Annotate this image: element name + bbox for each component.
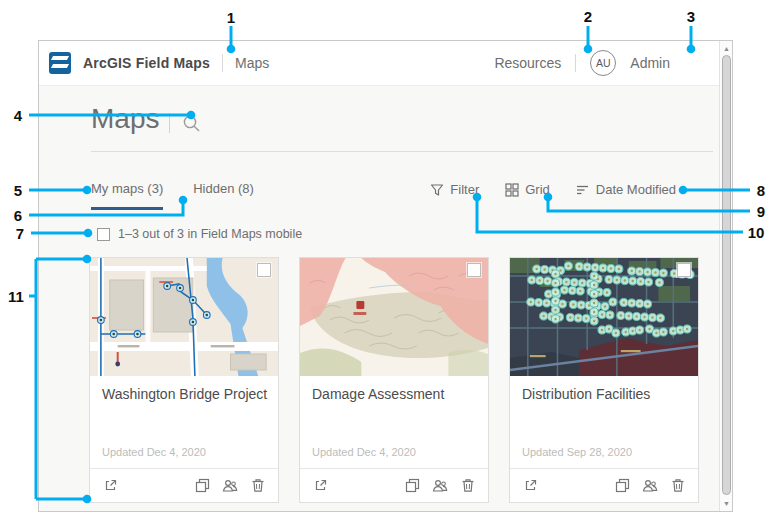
card-title[interactable]: Washington Bridge Project [102, 386, 268, 402]
user-avatar[interactable]: AU [590, 50, 616, 76]
app-title: ArcGIS Field Maps [83, 55, 210, 71]
page-title: Maps [91, 103, 159, 135]
share-group-icon [222, 478, 238, 493]
grid-view-button[interactable]: Grid [505, 182, 550, 197]
map-thumbnail-washington-bridge[interactable] [90, 258, 278, 376]
delete-map-button[interactable] [459, 477, 477, 495]
tab-hidden[interactable]: Hidden (8) [193, 181, 254, 204]
callout-number-7: 7 [16, 225, 24, 242]
arcgis-field-maps-logo-icon [49, 52, 71, 74]
map-card-washington-bridge: Washington Bridge Project Updated Dec 4,… [89, 257, 279, 503]
scroll-down-icon[interactable]: ▼ [720, 497, 733, 510]
callout-number-6: 6 [14, 207, 22, 224]
search-button[interactable] [181, 113, 203, 135]
card-title[interactable]: Damage Assessment [312, 386, 478, 402]
card-action-bar [300, 468, 488, 502]
search-icon [181, 113, 203, 135]
map-thumbnail-damage-assessment[interactable] [300, 258, 488, 376]
delete-map-button[interactable] [249, 477, 267, 495]
card-action-bar [510, 468, 698, 502]
app-header: ArcGIS Field Maps Maps Resources AU Admi… [39, 41, 732, 86]
terrain-map-thumbnail [300, 258, 488, 376]
delete-icon [251, 478, 265, 493]
card-select-checkbox[interactable] [677, 263, 691, 277]
filter-icon [430, 183, 444, 197]
title-divider [169, 113, 170, 133]
mobile-count-row: 1–3 out of 3 in Field Maps mobile [97, 227, 302, 241]
share-map-button[interactable] [221, 477, 239, 495]
open-map-icon [313, 478, 328, 493]
annotated-screenshot: ArcGIS Field Maps Maps Resources AU Admi… [0, 0, 778, 520]
open-map-icon [523, 478, 538, 493]
sort-label: Date Modified [596, 182, 676, 197]
card-title[interactable]: Distribution Facilities [522, 386, 688, 402]
share-group-icon [432, 478, 448, 493]
open-map-button[interactable] [311, 477, 329, 495]
title-rule [91, 151, 713, 152]
duplicate-map-button[interactable] [193, 477, 211, 495]
card-updated-date: Updated Sep 28, 2020 [522, 446, 632, 458]
open-map-button[interactable] [521, 477, 539, 495]
account-menu-admin[interactable]: Admin [630, 55, 670, 71]
card-select-checkbox[interactable] [257, 263, 271, 277]
duplicate-icon [615, 478, 630, 493]
filter-label: Filter [450, 182, 479, 197]
filter-button[interactable]: Filter [430, 182, 479, 197]
dark-map-thumbnail [510, 258, 698, 376]
sort-icon [576, 183, 590, 197]
share-group-icon [642, 478, 658, 493]
open-map-icon [103, 478, 118, 493]
grid-icon [505, 183, 519, 197]
card-updated-date: Updated Dec 4, 2020 [102, 446, 206, 458]
resources-link[interactable]: Resources [494, 55, 561, 71]
map-thumbnail-distribution-facilities[interactable] [510, 258, 698, 376]
sort-date-modified-button[interactable]: Date Modified [576, 182, 676, 197]
callout-number-8: 8 [757, 182, 765, 199]
scrollbar-thumb[interactable] [722, 55, 731, 495]
open-map-button[interactable] [101, 477, 119, 495]
callout-number-10: 10 [748, 224, 765, 241]
delete-icon [671, 478, 685, 493]
grid-label: Grid [525, 182, 550, 197]
header-divider-right [575, 54, 576, 72]
callout-number-2: 2 [584, 8, 592, 25]
duplicate-map-button[interactable] [613, 477, 631, 495]
callout-number-4: 4 [14, 107, 22, 124]
callout-number-3: 3 [687, 8, 695, 25]
map-card-damage-assessment: Damage Assessment Updated Dec 4, 2020 [299, 257, 489, 503]
tab-my-maps[interactable]: My maps (3) [91, 181, 163, 204]
share-map-button[interactable] [431, 477, 449, 495]
card-updated-date: Updated Dec 4, 2020 [312, 446, 416, 458]
mobile-count-label: 1–3 out of 3 in Field Maps mobile [118, 227, 302, 241]
vertical-scrollbar[interactable]: ▲ ▼ [719, 41, 732, 511]
delete-map-button[interactable] [669, 477, 687, 495]
map-card-grid: Washington Bridge Project Updated Dec 4,… [89, 257, 699, 503]
share-map-button[interactable] [641, 477, 659, 495]
duplicate-map-button[interactable] [403, 477, 421, 495]
select-all-checkbox[interactable] [97, 228, 110, 241]
delete-icon [461, 478, 475, 493]
scroll-up-icon[interactable]: ▲ [720, 42, 733, 55]
card-select-checkbox[interactable] [467, 263, 481, 277]
map-list-tabs: My maps (3) Hidden (8) [91, 181, 254, 204]
card-action-bar [90, 468, 278, 502]
duplicate-icon [405, 478, 420, 493]
callout-number-9: 9 [757, 203, 765, 220]
callout-number-1: 1 [227, 9, 235, 26]
callout-number-5: 5 [14, 182, 22, 199]
map-card-distribution-facilities: Distribution Facilities Updated Sep 28, … [509, 257, 699, 503]
list-controls: Filter Grid Date Modified [430, 182, 676, 197]
duplicate-icon [195, 478, 210, 493]
callout-number-11: 11 [8, 288, 24, 305]
street-map-thumbnail [90, 258, 278, 376]
header-divider [222, 54, 223, 72]
field-maps-app-window: ArcGIS Field Maps Maps Resources AU Admi… [38, 40, 733, 512]
nav-item-maps[interactable]: Maps [235, 55, 269, 71]
